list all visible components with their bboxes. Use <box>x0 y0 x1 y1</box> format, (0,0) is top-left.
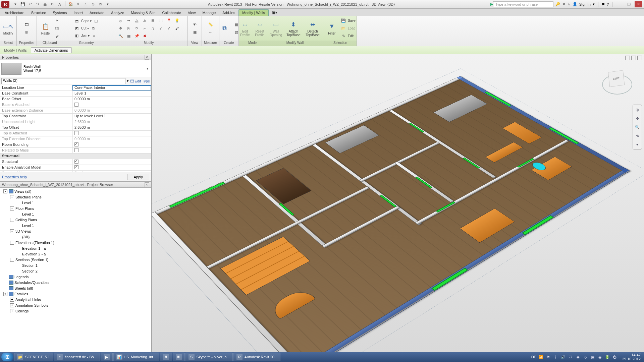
create-similar-button[interactable]: ⧉ <box>218 23 231 34</box>
view-maximize-icon[interactable] <box>631 56 636 60</box>
tree-node[interactable]: Schedules/Quantities <box>0 280 151 285</box>
properties-icon[interactable]: 🗔 <box>23 21 31 28</box>
qat-print-icon[interactable]: 🖶 <box>42 1 48 8</box>
load-selection-icon[interactable]: 📂 <box>340 25 347 32</box>
delete-icon[interactable]: ✖ <box>141 33 149 40</box>
taskbar-item[interactable]: 🖩 <box>160 353 172 361</box>
cope-icon[interactable]: ⬒ <box>73 17 80 25</box>
tree-expander-icon[interactable]: - <box>10 258 14 262</box>
tab-addins[interactable]: Add-Ins <box>219 10 238 16</box>
tree-node[interactable]: {3D} <box>0 234 151 240</box>
subscription-icon[interactable]: 🔑 <box>555 2 560 6</box>
attach-button[interactable]: ⬍Attach Top/Base <box>285 19 302 38</box>
property-row[interactable]: Top Offset2.6500 m <box>0 125 151 131</box>
view-cube[interactable]: LEFT <box>600 68 634 98</box>
tree-node[interactable]: -Sections (Section 1) <box>0 257 151 262</box>
qat-more-icon[interactable]: ▾ <box>104 1 111 8</box>
tree-node[interactable]: Level 1 <box>0 211 151 217</box>
mirror-draw-icon[interactable]: ⧌ <box>141 17 149 24</box>
array-icon[interactable]: ⋮⋮ <box>157 17 165 24</box>
offset-icon[interactable]: ⇥ <box>125 17 132 24</box>
detach-button[interactable]: ⬌Detach Top/Base <box>304 19 322 38</box>
property-row[interactable]: Unconnected Height2.6500 m <box>0 119 151 125</box>
tree-expander-icon[interactable]: - <box>10 241 14 245</box>
activate-dimensions-button[interactable]: Activate Dimensions <box>31 47 72 53</box>
signin-label[interactable]: Sign In <box>579 2 591 6</box>
maximize-button[interactable]: ▢ <box>625 1 633 7</box>
taskbar-item[interactable]: 🖩 <box>173 353 185 361</box>
tab-structure[interactable]: Structure <box>28 10 50 16</box>
property-row[interactable]: Related to Mass <box>0 148 151 154</box>
rotate-icon[interactable]: ↻ <box>133 25 141 32</box>
property-row[interactable]: Top ConstraintUp to level: Level 1 <box>0 114 151 119</box>
copy-icon[interactable]: ⎘ <box>125 25 132 32</box>
demolish-icon[interactable]: 🔨 <box>117 33 124 40</box>
properties-close-icon[interactable]: ✕ <box>145 55 149 60</box>
tree-node[interactable]: -Elevations (Elevation 1) <box>0 240 151 245</box>
tree-node[interactable]: +Families <box>0 291 151 297</box>
join-geom-icon[interactable]: ◧ <box>73 32 80 40</box>
language-indicator[interactable]: DE <box>531 355 536 359</box>
type-properties-icon[interactable]: 🗏 <box>23 28 31 36</box>
tab-collaborate[interactable]: Collaborate <box>159 10 184 16</box>
tray-app3-icon[interactable]: ▣ <box>590 354 595 360</box>
selection-filter[interactable]: Walls (2) <box>1 78 125 84</box>
tree-expander-icon[interactable]: + <box>10 309 14 313</box>
apply-button[interactable]: Apply <box>127 174 149 180</box>
taskbar-item[interactable]: efinanztreff.de - Bö... <box>54 353 100 361</box>
tree-expander-icon[interactable]: + <box>3 292 7 296</box>
pan-icon[interactable]: ✥ <box>634 115 641 122</box>
tree-node[interactable]: Elevation 1 - a <box>0 245 151 251</box>
taskbar-item[interactable]: 📊LS_Marketing_int... <box>113 353 159 361</box>
tree-node[interactable]: Section 1 <box>0 262 151 268</box>
filter-button[interactable]: ▼Filter <box>325 21 338 36</box>
property-row[interactable]: Enable Analytical Model <box>0 165 151 171</box>
navbar-dropdown-icon[interactable]: ▾ <box>634 141 641 148</box>
tab-massing[interactable]: Massing & Site <box>127 10 159 16</box>
tree-node[interactable]: +Annotation Symbols <box>0 302 151 308</box>
property-row[interactable]: Room Bounding <box>0 142 151 148</box>
wall-join-icon[interactable]: ⧈ <box>90 32 98 40</box>
tree-expander-icon[interactable]: + <box>10 298 14 302</box>
exchange-icon[interactable]: ✕ <box>562 2 565 6</box>
property-row[interactable]: Structural <box>0 154 151 159</box>
tab-architecture[interactable]: Architecture <box>1 10 28 16</box>
tab-manage[interactable]: Manage <box>199 10 219 16</box>
mirror-axis-icon[interactable]: ⧋ <box>133 17 141 24</box>
qat-redo-icon[interactable]: ↷ <box>34 1 41 8</box>
type-selector[interactable]: Basic Wall Wand 17,5 ▾ <box>0 60 151 77</box>
tree-node[interactable]: -Floor Plans <box>0 205 151 211</box>
measure-icon[interactable]: 📏 <box>207 21 214 28</box>
qat-text-icon[interactable]: A <box>56 1 63 8</box>
tab-view[interactable]: View <box>184 10 199 16</box>
tree-expander-icon[interactable]: + <box>10 303 14 307</box>
copy-clipboard-icon[interactable]: ⿻ <box>54 25 61 32</box>
app-logo[interactable]: R <box>1 1 9 8</box>
qat-add-icon[interactable]: ⊕ <box>90 1 96 8</box>
properties-grid[interactable]: Location LineCore Face: InteriorBase Con… <box>0 85 151 172</box>
qat-home-icon[interactable]: 🏠 <box>67 1 74 8</box>
filter-dropdown-icon[interactable]: ▾ <box>127 79 129 83</box>
tab-annotate[interactable]: Annotate <box>86 10 108 16</box>
taskbar-clock[interactable]: 14:47 29.10.2012 <box>620 353 643 361</box>
view-hide-icon[interactable]: 👁 <box>191 21 199 28</box>
dimension-icon[interactable]: ↔ <box>207 28 214 36</box>
tray-action-icon[interactable]: ⚑ <box>546 354 551 360</box>
paste-button[interactable]: 📋Paste <box>39 21 52 36</box>
edit-selection-icon[interactable]: ✎ <box>340 33 347 40</box>
project-browser[interactable]: -Views (all)-Structural PlansLevel 1-Flo… <box>0 188 151 352</box>
signin-dropdown-icon[interactable]: ▾ <box>593 2 595 6</box>
pin-icon[interactable]: 📌 <box>133 33 141 40</box>
property-row[interactable]: Base Offset0.0000 m <box>0 97 151 102</box>
view-close-icon[interactable] <box>637 56 642 60</box>
paint-icon[interactable]: 🖌 <box>173 25 181 32</box>
matchtype-icon[interactable]: 🖌 <box>54 33 61 40</box>
start-button[interactable]: ⊞ <box>1 353 13 361</box>
tree-node[interactable]: -3D Views <box>0 228 151 234</box>
infocenter-arrow-icon[interactable]: ▶ <box>490 2 493 6</box>
property-row[interactable]: Structural UsageBearing <box>0 171 151 172</box>
qat-save-icon[interactable]: 💾 <box>19 1 26 8</box>
save-selection-icon[interactable]: 💾 <box>340 17 347 24</box>
scale-icon[interactable]: ⤢ <box>165 25 173 32</box>
view-template-icon[interactable]: ▦ <box>191 28 199 36</box>
